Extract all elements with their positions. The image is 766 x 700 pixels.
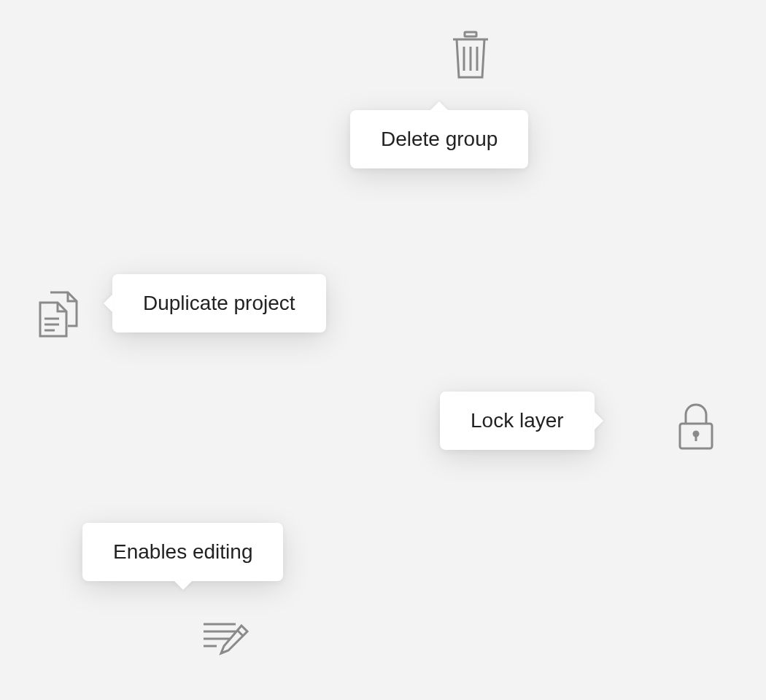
tooltip-lock-layer: Lock layer [440, 392, 595, 450]
lock-icon[interactable] [676, 402, 716, 451]
duplicate-icon[interactable] [37, 289, 81, 341]
tooltip-label: Duplicate project [143, 292, 295, 314]
edit-icon[interactable] [201, 620, 250, 664]
tooltip-label: Lock layer [471, 409, 564, 432]
trash-icon[interactable] [450, 31, 491, 80]
tooltip-enables-editing: Enables editing [82, 523, 283, 581]
svg-rect-0 [465, 32, 476, 36]
svg-line-15 [237, 630, 243, 636]
tooltip-label: Enables editing [113, 540, 252, 563]
tooltip-label: Delete group [381, 128, 498, 150]
tooltip-delete-group: Delete group [350, 110, 528, 168]
tooltip-duplicate-project: Duplicate project [112, 274, 326, 332]
